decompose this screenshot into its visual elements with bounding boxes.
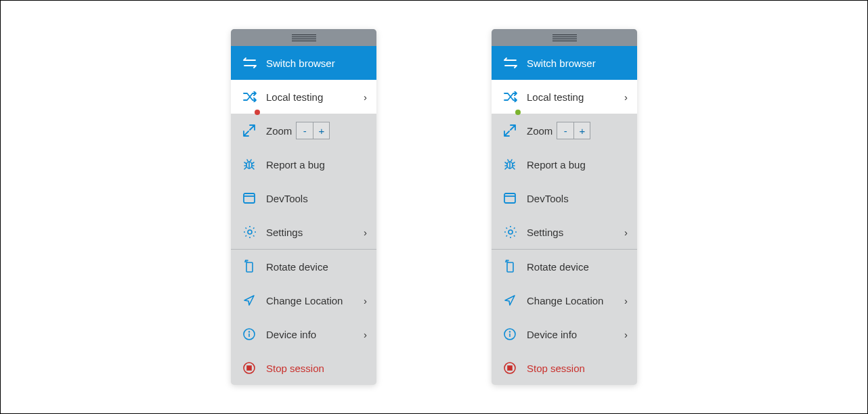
zoom-controls: - + (296, 122, 330, 139)
rotate-device-label: Rotate device (527, 261, 628, 273)
shuffle-icon (243, 91, 266, 102)
switch-browser-item[interactable]: Switch browser (231, 46, 376, 80)
settings-label: Settings (266, 227, 364, 238)
bug-icon (504, 158, 527, 170)
chevron-right-icon: › (364, 329, 367, 340)
report-bug-label: Report a bug (527, 159, 628, 170)
rotate-device-item[interactable]: Rotate device (492, 250, 637, 283)
local-testing-item[interactable]: Local testing › (231, 80, 376, 114)
switch-browser-label: Switch browser (527, 58, 628, 69)
zoom-out-button[interactable]: - (557, 122, 573, 139)
device-info-label: Device info (527, 329, 624, 340)
location-arrow-icon (243, 294, 266, 306)
expand-icon (504, 124, 527, 137)
change-location-label: Change Location (527, 295, 624, 306)
rotate-icon (243, 260, 266, 273)
devtools-label: DevTools (527, 193, 628, 204)
chevron-right-icon: › (364, 295, 367, 306)
report-bug-item[interactable]: Report a bug (231, 147, 376, 181)
rotate-device-item[interactable]: Rotate device (231, 250, 376, 283)
chevron-right-icon: › (624, 295, 628, 306)
local-testing-label: Local testing (266, 91, 364, 103)
swap-icon (504, 58, 527, 68)
local-testing-label: Local testing (527, 91, 624, 103)
toolbar-panel-1: Switch browser Local testing › Zoom - + (231, 29, 376, 385)
gear-icon (504, 225, 527, 239)
info-icon (504, 328, 527, 340)
location-arrow-icon (504, 294, 527, 306)
change-location-item[interactable]: Change Location › (492, 283, 637, 317)
rotate-icon (504, 260, 527, 273)
svg-rect-1 (244, 193, 255, 203)
report-bug-item[interactable]: Report a bug (492, 147, 637, 181)
stop-session-item[interactable]: Stop session (492, 351, 637, 385)
chevron-right-icon: › (364, 91, 367, 103)
shuffle-icon (504, 91, 527, 102)
gear-icon (243, 225, 266, 239)
device-info-item[interactable]: Device info › (231, 317, 376, 351)
settings-item[interactable]: Settings › (492, 215, 637, 249)
local-testing-item[interactable]: Local testing › (492, 80, 637, 114)
settings-item[interactable]: Settings › (231, 215, 376, 249)
svg-rect-7 (247, 366, 251, 370)
chevron-right-icon: › (624, 329, 628, 340)
svg-rect-11 (507, 262, 513, 272)
zoom-label: Zoom (527, 125, 552, 137)
settings-label: Settings (527, 227, 624, 238)
device-info-label: Device info (266, 329, 364, 340)
stop-icon (504, 362, 527, 374)
chevron-right-icon: › (624, 227, 628, 238)
zoom-item: Zoom - + (492, 114, 637, 147)
change-location-item[interactable]: Change Location › (231, 283, 376, 317)
switch-browser-item[interactable]: Switch browser (492, 46, 637, 80)
device-info-item[interactable]: Device info › (492, 317, 637, 351)
zoom-label: Zoom (266, 125, 292, 137)
stop-session-label: Stop session (266, 363, 367, 374)
stop-session-label: Stop session (527, 363, 628, 374)
drag-handle[interactable] (492, 29, 637, 46)
window-icon (504, 193, 527, 204)
info-icon (243, 328, 266, 340)
devtools-label: DevTools (266, 193, 367, 204)
svg-point-10 (508, 230, 513, 234)
handle-lines-icon (292, 34, 316, 41)
zoom-item: Zoom - + (231, 114, 376, 147)
zoom-controls: - + (557, 122, 590, 139)
change-location-label: Change Location (266, 295, 364, 306)
stop-session-item[interactable]: Stop session (231, 351, 376, 385)
svg-rect-15 (508, 366, 512, 370)
zoom-in-button[interactable]: + (313, 122, 330, 139)
rotate-device-label: Rotate device (266, 261, 367, 273)
bug-icon (243, 158, 266, 170)
svg-point-2 (248, 230, 252, 234)
stop-icon (243, 362, 266, 374)
svg-rect-9 (504, 193, 515, 203)
drag-handle[interactable] (231, 29, 376, 46)
expand-icon (243, 124, 266, 137)
zoom-out-button[interactable]: - (296, 122, 313, 139)
handle-lines-icon (552, 34, 577, 41)
svg-point-13 (510, 331, 511, 332)
window-icon (243, 193, 266, 204)
toolbar-panel-2: Switch browser Local testing › Zoom - + (492, 29, 637, 385)
chevron-right-icon: › (364, 227, 367, 238)
svg-point-5 (249, 331, 250, 332)
report-bug-label: Report a bug (266, 159, 367, 170)
devtools-item[interactable]: DevTools (231, 181, 376, 215)
devtools-item[interactable]: DevTools (492, 181, 637, 215)
switch-browser-label: Switch browser (266, 58, 367, 69)
swap-icon (243, 58, 266, 68)
chevron-right-icon: › (624, 91, 628, 103)
zoom-in-button[interactable]: + (573, 122, 590, 139)
svg-rect-3 (246, 262, 253, 272)
